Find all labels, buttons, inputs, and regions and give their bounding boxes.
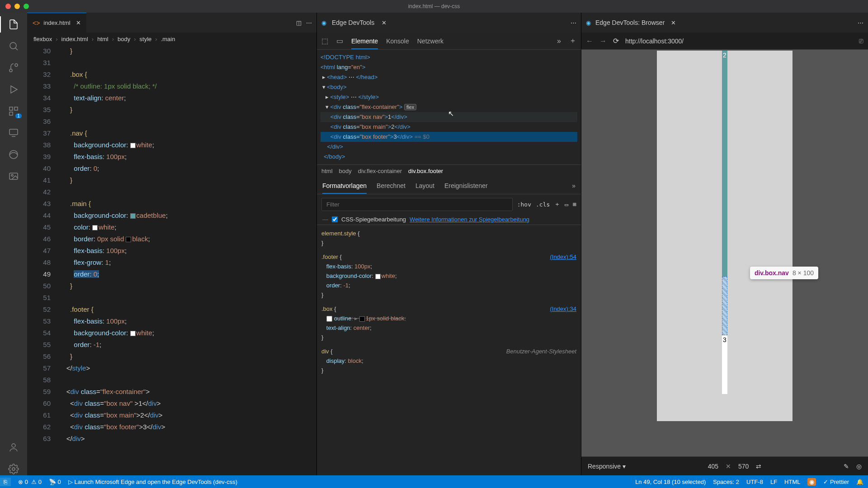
remote-indicator[interactable]: ⎘ <box>0 478 11 486</box>
account-icon[interactable] <box>7 441 20 454</box>
svg-point-12 <box>11 174 13 176</box>
target-icon[interactable]: ◎ <box>856 463 862 470</box>
styles-tab[interactable]: Formatvorlagen <box>322 182 367 194</box>
browser-toolbar: ← → ⟳ http://localhost:3000/ ⎚ <box>581 33 868 50</box>
eol[interactable]: LF <box>770 479 777 485</box>
plus-icon[interactable]: ＋ <box>554 200 560 208</box>
element-tooltip: div.box.nav8 × 100 <box>750 267 818 279</box>
breadcrumb-item[interactable]: body <box>118 36 130 42</box>
debug-icon[interactable] <box>7 83 20 96</box>
bell-icon[interactable]: 🔔 <box>856 479 863 485</box>
rotate-icon[interactable]: ⇄ <box>756 463 761 470</box>
browser-viewport[interactable]: 2 3 div.box.nav8 × 100 <box>581 50 868 456</box>
chevron-right-icon[interactable]: » <box>572 182 576 189</box>
browser-tab-title[interactable]: Edge DevTools: Browser <box>595 19 665 26</box>
devtools-tab-bar: ◉ Edge DevTools ✕ ⋯ <box>317 13 581 33</box>
edge-status-icon[interactable]: ◉ <box>807 478 816 486</box>
devtools-tab[interactable]: Netzwerk <box>417 38 443 45</box>
extensions-icon[interactable]: 1 <box>7 105 20 117</box>
cls-toggle[interactable]: .cls <box>536 201 550 208</box>
split-icon[interactable]: ◫ <box>296 19 302 26</box>
breadcrumb-item[interactable]: index.html <box>61 36 88 42</box>
styles-panel[interactable]: element.style {}(Index):54.footer { flex… <box>317 225 581 475</box>
code-editor[interactable]: 3031323334353637383940414243444546474849… <box>27 45 316 475</box>
close-icon[interactable]: ✕ <box>382 19 387 26</box>
remote-icon[interactable] <box>7 127 20 139</box>
min-dot[interactable] <box>14 4 20 9</box>
editor-tab[interactable]: <> index.html ✕ <box>27 13 86 33</box>
svg-rect-7 <box>9 112 13 115</box>
forward-icon[interactable]: → <box>599 37 607 45</box>
styles-tab[interactable]: Ereignislistener <box>444 182 488 189</box>
mirror-link[interactable]: Weitere Informationen zur Spiegelbearbei… <box>410 216 529 223</box>
viewport-height[interactable]: 570 <box>738 463 749 470</box>
breadcrumb-item[interactable]: flexbox <box>33 36 52 42</box>
edge-icon[interactable] <box>7 148 20 161</box>
computed-icon[interactable]: ⊞ <box>573 201 576 208</box>
eyedropper-icon[interactable]: ✎ <box>844 463 849 470</box>
scm-icon[interactable] <box>7 61 20 74</box>
devtools-tab[interactable]: Konsole <box>386 38 409 45</box>
settings-icon[interactable] <box>7 463 20 475</box>
traffic-lights <box>5 4 29 9</box>
dom-bc-item[interactable]: body <box>339 168 352 174</box>
breadcrumb-item[interactable]: style <box>140 36 152 42</box>
close-icon[interactable]: ✕ <box>76 19 81 26</box>
language[interactable]: HTML <box>784 479 800 485</box>
breadcrumb-item[interactable]: html <box>97 36 108 42</box>
reload-icon[interactable]: ⟳ <box>613 37 619 45</box>
cursor-position[interactable]: Ln 49, Col 18 (10 selected) <box>635 479 706 485</box>
titlebar: index.html — dev-css <box>0 0 868 13</box>
dom-bc-item[interactable]: div.flex-container <box>358 168 402 174</box>
device-icon[interactable]: ▭ <box>565 201 568 208</box>
url-bar[interactable]: http://localhost:3000/ <box>625 38 853 45</box>
svg-rect-5 <box>9 107 13 110</box>
browser-pane: ◉ Edge DevTools: Browser ✕ ⋯ ← → ⟳ http:… <box>581 13 868 475</box>
chevron-right-icon[interactable]: » <box>557 37 561 45</box>
devtools-tab[interactable]: Elemente <box>351 38 378 49</box>
dom-bc-item[interactable]: div.box.footer <box>408 168 443 174</box>
mirror-checkbox[interactable] <box>332 216 338 222</box>
responsive-dropdown[interactable]: Responsive ▾ <box>588 463 626 470</box>
dom-breadcrumb[interactable]: htmlbodydiv.flex-containerdiv.box.footer <box>317 164 581 177</box>
edge-icon: ◉ <box>586 19 591 26</box>
devtools-toolbar: ⬚ ▭ ElementeKonsoleNetzwerk » ＋ <box>317 33 581 50</box>
ext-badge: 1 <box>15 113 22 118</box>
tab-name: index.html <box>43 19 70 26</box>
devtools-tab-title[interactable]: Edge DevTools <box>332 19 374 26</box>
more-icon[interactable]: ⋯ <box>571 19 576 26</box>
ports[interactable]: 📡 0 <box>49 479 61 485</box>
svg-point-2 <box>15 64 18 66</box>
responsive-toolbar: Responsive ▾ 405 ✕ 570 ⇄ ✎ ◎ <box>581 456 868 475</box>
dom-bc-item[interactable]: html <box>321 168 333 174</box>
editor-tabs: <> index.html ✕ ◫ ⋯ <box>27 13 316 33</box>
hov-toggle[interactable]: :hov <box>517 201 531 208</box>
inspect-icon[interactable]: ⬚ <box>321 37 328 45</box>
styles-tab[interactable]: Layout <box>415 182 434 189</box>
images-icon[interactable] <box>7 170 20 183</box>
more-icon[interactable]: ⋯ <box>306 19 312 26</box>
dom-tree[interactable]: <!DOCTYPE html> <html lang="en"> ▸ <head… <box>317 50 581 164</box>
launch-hint[interactable]: ▷ Launch Microsoft Edge and open the Edg… <box>68 479 237 485</box>
breadcrumb-item[interactable]: .main <box>161 36 175 42</box>
screenshot-icon[interactable]: ⎚ <box>859 37 863 45</box>
breadcrumb[interactable]: flexbox›index.html›html›body›style›.main <box>27 33 316 45</box>
filter-input[interactable] <box>321 198 513 211</box>
device-icon[interactable]: ▭ <box>336 37 343 45</box>
plus-icon[interactable]: ＋ <box>569 36 576 46</box>
explorer-icon[interactable] <box>7 18 20 31</box>
search-icon[interactable] <box>7 40 20 52</box>
svg-point-13 <box>12 444 15 447</box>
more-icon[interactable]: ⋯ <box>858 19 863 26</box>
encoding[interactable]: UTF-8 <box>746 479 763 485</box>
close-icon[interactable]: ✕ <box>671 19 676 26</box>
svg-rect-8 <box>9 129 18 135</box>
errors[interactable]: ⊗ 0 ⚠ 0 <box>18 479 42 485</box>
viewport-width[interactable]: 405 <box>708 463 718 470</box>
close-dot[interactable] <box>5 4 11 9</box>
prettier[interactable]: ✓ Prettier <box>823 479 849 485</box>
styles-tab[interactable]: Berechnet <box>377 182 406 189</box>
max-dot[interactable] <box>24 4 29 9</box>
back-icon[interactable]: ← <box>586 37 593 45</box>
indent[interactable]: Spaces: 2 <box>713 479 739 485</box>
